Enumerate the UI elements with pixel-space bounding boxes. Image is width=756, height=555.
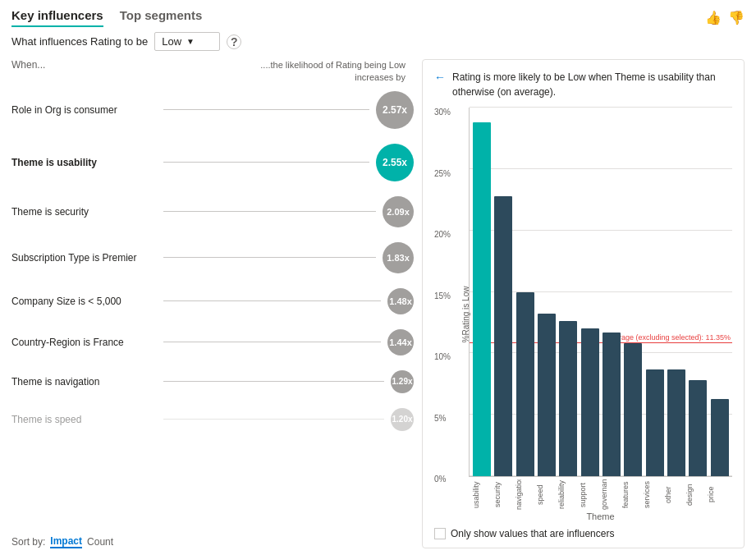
bar-wrapper: [689, 108, 707, 476]
row-line-container: [163, 109, 369, 111]
y-label-30: 30%: [434, 108, 464, 117]
y-label-20: 20%: [434, 230, 464, 239]
row-label: Theme is speed: [11, 414, 163, 425]
row-line: [163, 419, 384, 420]
x-axis-title: Theme: [469, 511, 732, 521]
tab-top-segments[interactable]: Top segments: [120, 8, 203, 27]
sort-count-button[interactable]: Count: [87, 536, 113, 548]
bar-governance[interactable]: [603, 333, 621, 476]
row-line-container: [163, 162, 369, 163]
row-line: [163, 109, 369, 110]
row-label: Role in Org is consumer: [11, 104, 163, 116]
row-label: Company Size is < 5,000: [11, 296, 163, 307]
bar-wrapper: [516, 108, 534, 476]
chevron-down-icon: ▼: [186, 37, 195, 46]
x-label-services: services: [643, 479, 661, 510]
x-label-navigation: navigation: [515, 479, 533, 510]
bar-reliability[interactable]: [559, 321, 577, 476]
x-label-other: other: [664, 479, 682, 510]
bar-wrapper: [494, 108, 512, 476]
filter-dropdown[interactable]: Low ▼: [154, 32, 220, 51]
bar-speed[interactable]: [538, 314, 556, 476]
sort-by-label: Sort by:: [11, 536, 45, 548]
tabs-left: Key influencers Top segments: [11, 8, 202, 27]
thumbs-down-icon[interactable]: 👎: [728, 10, 745, 25]
bar-wrapper: [624, 108, 642, 476]
row-line: [163, 342, 381, 342]
left-panel: When... ....the likelihood of Rating bei…: [11, 59, 414, 548]
bar-other[interactable]: [667, 369, 685, 476]
sort-impact-button[interactable]: Impact: [50, 535, 82, 548]
row-line: [163, 381, 384, 382]
influencer-row[interactable]: Country-Region is France 1.44x: [11, 329, 414, 355]
row-label: Subscription Type is Premier: [11, 252, 163, 264]
right-panel: ← Rating is more likely to be Low when T…: [422, 59, 745, 548]
bar-wrapper: [559, 108, 577, 476]
bar-services[interactable]: [646, 369, 664, 476]
bar-wrapper: [473, 108, 491, 476]
bubble: 1.20x: [391, 408, 414, 431]
bar-wrapper: [603, 108, 621, 476]
bar-support[interactable]: [581, 328, 599, 476]
bubble: 1.29x: [391, 370, 414, 393]
bar-price[interactable]: [711, 399, 729, 476]
thumbs-up-icon[interactable]: 👍: [705, 10, 722, 25]
row-line-container: [163, 419, 384, 420]
bar-wrapper: [538, 108, 556, 476]
right-panel-header: ← Rating is more likely to be Low when T…: [434, 70, 732, 99]
y-label-0: 0%: [434, 475, 464, 484]
row-line-container: [163, 381, 384, 383]
x-label-features: features: [621, 479, 639, 510]
y-label-10: 10%: [434, 352, 464, 361]
bar-security[interactable]: [494, 196, 512, 476]
right-panel-title: Rating is more likely to be Low when The…: [452, 70, 723, 99]
bar-wrapper: [667, 108, 685, 476]
x-label-governance: governance: [600, 479, 618, 510]
row-line: [163, 300, 381, 301]
bubble: 1.48x: [387, 288, 414, 314]
row-line: [163, 257, 376, 258]
influencer-row[interactable]: Company Size is < 5,000 1.48x: [11, 288, 414, 314]
back-arrow-icon[interactable]: ←: [434, 71, 446, 84]
row-line-container: [163, 257, 376, 259]
filter-question-label: What influences Rating to be: [11, 35, 148, 48]
filter-value: Low: [162, 35, 181, 48]
bubble-active: 2.55x: [376, 144, 414, 181]
influencer-row-active[interactable]: Theme is usability 2.55x: [11, 144, 414, 181]
influencer-row-faded[interactable]: Theme is speed 1.20x: [11, 408, 414, 431]
row-line-container: [163, 342, 381, 343]
sort-row: Sort by: Impact Count: [11, 535, 414, 548]
help-icon[interactable]: ?: [227, 34, 241, 49]
content-area: When... ....the likelihood of Rating bei…: [11, 59, 745, 548]
bar-navigation[interactable]: [516, 292, 534, 477]
influencer-row[interactable]: Theme is navigation 1.29x: [11, 370, 414, 393]
influencer-row[interactable]: Role in Org is consumer 2.57x: [11, 91, 414, 129]
row-line: [163, 162, 369, 163]
bar-wrapper: [711, 108, 729, 476]
chart-area: 30% 25% 20% 15% 10% 5% 0% %Rating is Low: [434, 108, 732, 521]
row-label: Theme is usability: [11, 157, 163, 168]
influencer-list: Role in Org is consumer 2.57x Theme is u…: [11, 91, 414, 532]
bar-design[interactable]: [689, 380, 707, 476]
x-label-price: price: [707, 479, 725, 510]
bars-container: Average (excluding selected): 11.35%: [469, 108, 732, 477]
x-label-security: security: [493, 479, 511, 510]
bar-wrapper: [646, 108, 664, 476]
bubble: 2.57x: [376, 91, 414, 129]
when-label: When...: [11, 59, 45, 71]
influencer-row[interactable]: Theme is security 2.09x: [11, 196, 414, 227]
influencers-checkbox[interactable]: [434, 528, 446, 539]
bubble: 1.83x: [383, 242, 414, 273]
tabs-row: Key influencers Top segments 👍 👎: [11, 8, 745, 27]
influencer-row[interactable]: Subscription Type is Premier 1.83x: [11, 242, 414, 273]
tab-key-influencers[interactable]: Key influencers: [11, 8, 103, 27]
checkbox-label: Only show values that are influencers: [451, 528, 614, 539]
y-label-15: 15%: [434, 291, 464, 300]
row-label: Theme is security: [11, 206, 163, 218]
bar-features[interactable]: [624, 343, 642, 476]
row-line-container: [163, 300, 381, 302]
y-axis: 30% 25% 20% 15% 10% 5% 0%: [434, 108, 464, 521]
bar-usability[interactable]: [473, 122, 491, 476]
y-label-25: 25%: [434, 169, 464, 178]
row-label: Theme is navigation: [11, 376, 163, 388]
